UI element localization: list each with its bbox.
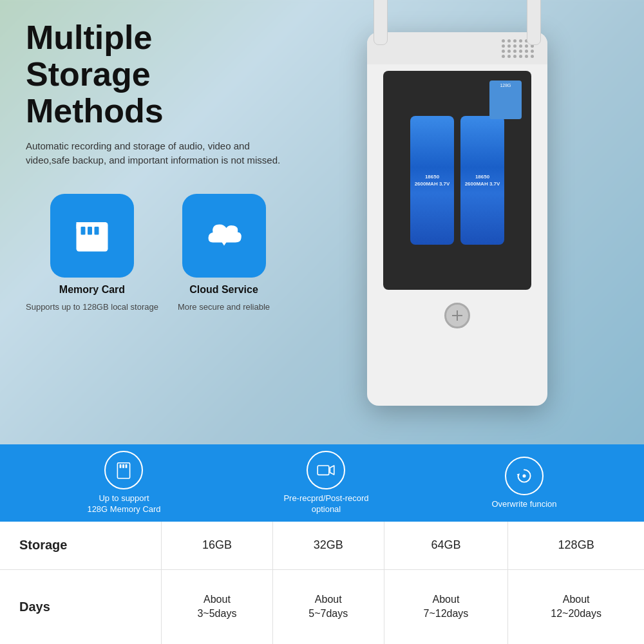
storage-64gb: 64GB xyxy=(384,522,508,569)
camera-bottom xyxy=(367,296,547,335)
antenna-right xyxy=(527,0,541,45)
batteries-row: 18650 2600MAH 3.7V 18650 2600MAH 3.7V xyxy=(410,116,504,245)
video-feature-icon xyxy=(307,451,345,489)
days-row: Days About3~5days About5~7days About7~12… xyxy=(0,569,644,644)
cloud-service-item: Cloud Service More secure and reliable xyxy=(178,194,270,312)
cloud-service-icon-box xyxy=(182,194,266,278)
battery-1: 18650 2600MAH 3.7V xyxy=(410,116,454,245)
storage-header: Storage xyxy=(0,522,162,569)
memory-card-desc: Supports up to 128GB local storage xyxy=(26,302,158,312)
svg-rect-12 xyxy=(126,464,128,468)
antenna-left xyxy=(374,0,388,45)
overwrite-icon xyxy=(514,466,535,486)
top-section: Multiple Storage Methods Automatic recor… xyxy=(0,0,644,444)
cloud-upload-icon xyxy=(202,213,247,258)
svg-rect-1 xyxy=(80,227,85,235)
days-12-20: About12~20days xyxy=(508,569,644,644)
sd-icon xyxy=(113,460,134,480)
sd-card-label: 128G xyxy=(489,80,522,90)
sd-card-icon xyxy=(70,213,115,258)
memory-card-item: Memory Card Supports up to 128GB local s… xyxy=(26,194,158,312)
feature-sd-card: Up to support128G Memory Card xyxy=(87,451,160,515)
days-header: Days xyxy=(0,569,162,644)
svg-rect-13 xyxy=(318,466,330,475)
right-panel: 128G 18650 2600MAH 3.7V 18650 2600MAH 3.… xyxy=(296,19,618,406)
storage-32gb: 32GB xyxy=(272,522,384,569)
storage-table-section: Storage 16GB 32GB 64GB 128GB Days About3… xyxy=(0,522,644,644)
memory-card-icon-box xyxy=(50,194,134,278)
cloud-service-title: Cloud Service xyxy=(189,284,258,296)
memory-card-title: Memory Card xyxy=(59,284,125,296)
video-icon xyxy=(316,460,336,480)
battery-compartment: 128G 18650 2600MAH 3.7V 18650 2600MAH 3.… xyxy=(383,71,531,290)
svg-rect-3 xyxy=(94,227,99,235)
cloud-service-desc: More secure and reliable xyxy=(178,302,270,312)
storage-16gb: 16GB xyxy=(162,522,273,569)
sd-card-slot: 128G xyxy=(489,80,522,119)
days-7-12: About7~12days xyxy=(384,569,508,644)
storage-options: Memory Card Supports up to 128GB local s… xyxy=(26,194,283,312)
battery-1-label: 18650 2600MAH 3.7V xyxy=(413,173,451,187)
storage-128gb: 128GB xyxy=(508,522,644,569)
mount-screw xyxy=(444,303,470,328)
sd-card-feature-icon xyxy=(104,451,143,489)
feature-overwrite: Overwrite funcion xyxy=(491,457,556,510)
svg-marker-14 xyxy=(330,466,334,475)
left-panel: Multiple Storage Methods Automatic recor… xyxy=(26,19,296,312)
days-3-5: About3~5days xyxy=(162,569,273,644)
svg-rect-2 xyxy=(88,227,92,235)
storage-table: Storage 16GB 32GB 64GB 128GB Days About3… xyxy=(0,522,644,644)
days-5-7: About5~7days xyxy=(272,569,384,644)
feature-sd-label: Up to support128G Memory Card xyxy=(87,493,160,515)
page-description: Automatic recording and storage of audio… xyxy=(26,139,283,168)
feature-video-record: Pre-recprd/Post-recordoptional xyxy=(283,451,368,515)
overwrite-feature-icon xyxy=(505,457,544,495)
battery-2: 18650 2600MAH 3.7V xyxy=(460,116,504,245)
camera-device: 128G 18650 2600MAH 3.7V 18650 2600MAH 3.… xyxy=(367,32,547,406)
feature-overwrite-label: Overwrite funcion xyxy=(491,499,556,510)
feature-video-label: Pre-recprd/Post-recordoptional xyxy=(283,493,368,515)
svg-rect-11 xyxy=(123,464,125,468)
storage-row: Storage 16GB 32GB 64GB 128GB xyxy=(0,522,644,569)
svg-rect-10 xyxy=(120,464,122,468)
camera-top xyxy=(367,32,547,64)
features-section: Up to support128G Memory Card Pre-recprd… xyxy=(0,444,644,522)
svg-rect-0 xyxy=(76,222,108,252)
svg-point-16 xyxy=(522,474,526,477)
battery-2-label: 18650 2600MAH 3.7V xyxy=(463,173,502,187)
page-title: Multiple Storage Methods xyxy=(26,19,283,130)
screw-icon xyxy=(450,308,465,323)
